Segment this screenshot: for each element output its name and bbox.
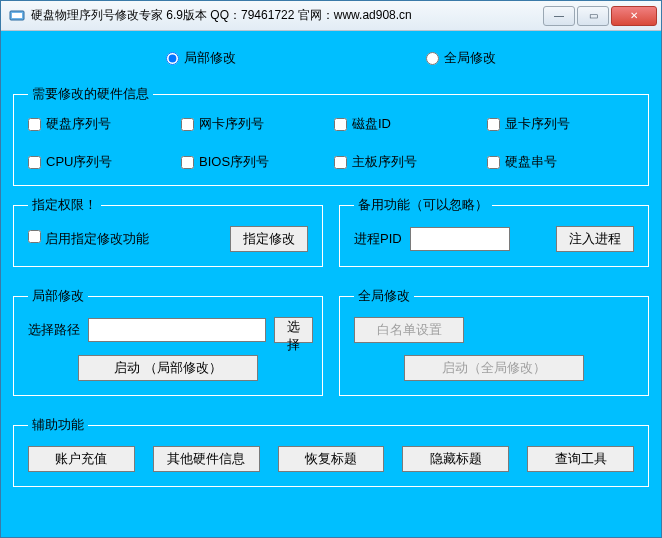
hw-label: 显卡序列号: [505, 115, 570, 133]
query-tool-button[interactable]: 查询工具: [527, 446, 634, 472]
hw-item[interactable]: 网卡序列号: [181, 115, 328, 133]
hw-label: 硬盘序列号: [46, 115, 111, 133]
start-global-button[interactable]: 启动（全局修改）: [404, 355, 584, 381]
hw-label: BIOS序列号: [199, 153, 269, 171]
permission-legend: 指定权限！: [28, 196, 101, 214]
app-icon: [9, 8, 25, 24]
hw-label: CPU序列号: [46, 153, 112, 171]
enable-checkbox[interactable]: [28, 230, 41, 243]
hardware-grid: 硬盘序列号 网卡序列号 磁盘ID 显卡序列号 CPU序列号 BIOS序列号 主板…: [28, 115, 634, 171]
path-input[interactable]: [88, 318, 266, 342]
app-window: 硬盘物理序列号修改专家 6.9版本 QQ：79461722 官网：www.ad9…: [0, 0, 662, 538]
radio-local-label: 局部修改: [184, 49, 236, 67]
radio-local-input[interactable]: [166, 52, 179, 65]
start-local-button[interactable]: 启动 （局部修改）: [78, 355, 258, 381]
local-modify-legend: 局部修改: [28, 287, 88, 305]
hw-item[interactable]: 硬盘串号: [487, 153, 634, 171]
hw-checkbox[interactable]: [334, 118, 347, 131]
maximize-button[interactable]: ▭: [577, 6, 609, 26]
radio-global-input[interactable]: [426, 52, 439, 65]
aux-legend: 辅助功能: [28, 416, 88, 434]
hardware-legend: 需要修改的硬件信息: [28, 85, 153, 103]
hw-checkbox[interactable]: [487, 118, 500, 131]
client-area: 局部修改 全局修改 需要修改的硬件信息 硬盘序列号 网卡序列号 磁盘ID 显卡序…: [1, 31, 661, 537]
inject-process-button[interactable]: 注入进程: [556, 226, 634, 252]
close-button[interactable]: ✕: [611, 6, 657, 26]
backup-group: 备用功能（可以忽略） 进程PID 注入进程: [339, 196, 649, 267]
enable-label-text: 启用指定修改功能: [45, 231, 149, 246]
hw-item[interactable]: 显卡序列号: [487, 115, 634, 133]
titlebar[interactable]: 硬盘物理序列号修改专家 6.9版本 QQ：79461722 官网：www.ad9…: [1, 1, 661, 31]
hw-item[interactable]: BIOS序列号: [181, 153, 328, 171]
specify-modify-button[interactable]: 指定修改: [230, 226, 308, 252]
hw-checkbox[interactable]: [334, 156, 347, 169]
path-label: 选择路径: [28, 321, 80, 339]
enable-checkbox-label[interactable]: 启用指定修改功能: [28, 230, 149, 248]
pid-input[interactable]: [410, 227, 510, 251]
hw-item[interactable]: 主板序列号: [334, 153, 481, 171]
backup-legend: 备用功能（可以忽略）: [354, 196, 492, 214]
svg-rect-1: [12, 13, 22, 18]
hw-item[interactable]: 硬盘序列号: [28, 115, 175, 133]
radio-local[interactable]: 局部修改: [166, 49, 236, 67]
local-modify-group: 局部修改 选择路径 选择 启动 （局部修改）: [13, 287, 323, 396]
window-buttons: — ▭ ✕: [541, 6, 657, 26]
recharge-button[interactable]: 账户充值: [28, 446, 135, 472]
hw-label: 网卡序列号: [199, 115, 264, 133]
window-title: 硬盘物理序列号修改专家 6.9版本 QQ：79461722 官网：www.ad9…: [31, 7, 541, 24]
hw-checkbox[interactable]: [181, 118, 194, 131]
global-modify-group: 全局修改 白名单设置 启动（全局修改）: [339, 287, 649, 396]
aux-group: 辅助功能 账户充值 其他硬件信息 恢复标题 隐藏标题 查询工具: [13, 416, 649, 487]
minimize-button[interactable]: —: [543, 6, 575, 26]
hw-label: 磁盘ID: [352, 115, 391, 133]
permission-group: 指定权限！ 启用指定修改功能 指定修改: [13, 196, 323, 267]
hw-label: 硬盘串号: [505, 153, 557, 171]
hw-item[interactable]: CPU序列号: [28, 153, 175, 171]
restore-title-button[interactable]: 恢复标题: [278, 446, 385, 472]
hw-checkbox[interactable]: [28, 156, 41, 169]
whitelist-button[interactable]: 白名单设置: [354, 317, 464, 343]
hw-checkbox[interactable]: [28, 118, 41, 131]
hardware-group: 需要修改的硬件信息 硬盘序列号 网卡序列号 磁盘ID 显卡序列号 CPU序列号 …: [13, 85, 649, 186]
radio-global-label: 全局修改: [444, 49, 496, 67]
hw-checkbox[interactable]: [181, 156, 194, 169]
pid-label: 进程PID: [354, 230, 402, 248]
hw-item[interactable]: 磁盘ID: [334, 115, 481, 133]
other-hw-button[interactable]: 其他硬件信息: [153, 446, 260, 472]
hw-label: 主板序列号: [352, 153, 417, 171]
global-modify-legend: 全局修改: [354, 287, 414, 305]
hw-checkbox[interactable]: [487, 156, 500, 169]
radio-global[interactable]: 全局修改: [426, 49, 496, 67]
choose-path-button[interactable]: 选择: [274, 317, 313, 343]
mode-radios: 局部修改 全局修改: [13, 49, 649, 67]
hide-title-button[interactable]: 隐藏标题: [402, 446, 509, 472]
